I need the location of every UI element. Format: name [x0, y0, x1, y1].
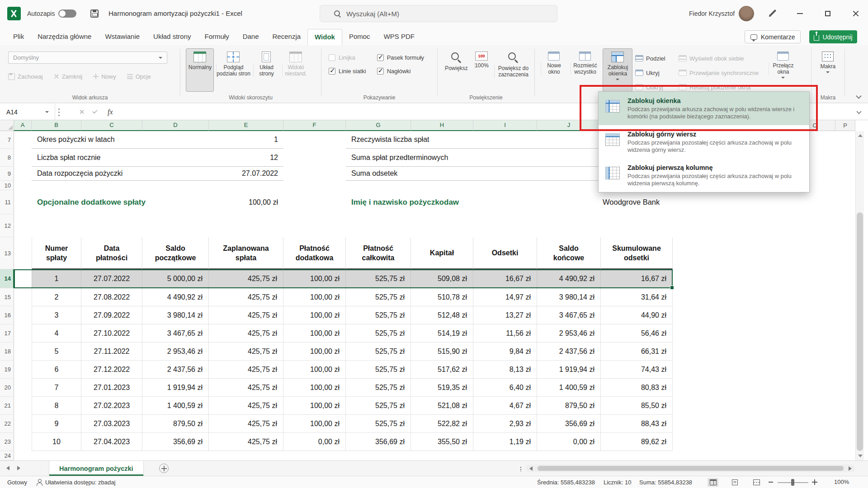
search-input[interactable]: Wyszukaj (Alt+M) — [320, 5, 557, 22]
cell[interactable]: Woodgrove Bank — [601, 190, 673, 214]
tab-pomoc[interactable]: Pomoc — [342, 29, 377, 45]
cell[interactable]: 3 — [32, 306, 81, 324]
cell[interactable]: 27.02.2023 — [81, 397, 142, 415]
cell[interactable]: 13,27 zł — [473, 306, 537, 324]
cell[interactable]: Okres pożyczki w latach — [32, 131, 209, 149]
cell[interactable]: 100,00 zł — [283, 415, 346, 433]
row-header-18[interactable]: 18 — [0, 343, 14, 361]
sheet-nav-right-icon[interactable] — [17, 466, 20, 470]
menu-item-freeze-top-row[interactable]: Zablokuj górny wiersz Podczas przewijani… — [599, 125, 809, 159]
cell[interactable] — [14, 415, 32, 433]
cell[interactable]: 4 490,92 zł — [142, 288, 209, 306]
row-header-20[interactable]: 20 — [0, 379, 14, 397]
cell[interactable]: 100,00 zł — [283, 324, 346, 343]
menu-item-freeze-panes[interactable]: Zablokuj okienka Podczas przewijania ark… — [599, 92, 809, 125]
share-button[interactable]: Udostępnij — [809, 30, 857, 43]
cell[interactable] — [14, 379, 32, 397]
column-header-H[interactable]: H — [411, 120, 473, 131]
hide-button[interactable]: Ukryj — [635, 68, 676, 78]
cell[interactable]: 517,62 zł — [411, 361, 473, 379]
zoom-slider-knob[interactable] — [791, 479, 794, 486]
cell[interactable]: 519,35 zł — [411, 379, 473, 397]
cell[interactable]: Liczba spłat rocznie — [32, 149, 209, 167]
cell[interactable]: 80,83 zł — [601, 379, 673, 397]
formula-bar-checkbox[interactable]: Pasek formuły — [377, 54, 424, 61]
cell[interactable]: 27.07.2022 — [209, 167, 283, 181]
ink-pen-icon[interactable] — [770, 9, 776, 16]
minimize-button[interactable] — [788, 0, 811, 27]
cell[interactable]: 2 953,46 zł — [142, 343, 209, 361]
cell[interactable]: 425,75 zł — [209, 288, 283, 306]
cell[interactable]: 356,69 zł — [142, 433, 209, 451]
scroll-down-icon[interactable] — [858, 455, 863, 457]
horizontal-scrollbar[interactable] — [526, 465, 855, 472]
cell[interactable]: Suma spłat przedterminowych — [346, 149, 537, 167]
cell[interactable]: Rzeczywista liczba spłat — [346, 131, 537, 149]
cell[interactable]: 27.12.2022 — [81, 361, 142, 379]
cell[interactable]: 425,75 zł — [209, 415, 283, 433]
row-header-17[interactable]: 17 — [0, 324, 14, 343]
cell[interactable]: Suma odsetek — [346, 167, 537, 181]
cell[interactable] — [283, 149, 346, 167]
row-header-10[interactable]: 10 — [0, 181, 14, 190]
cell[interactable]: 425,75 zł — [209, 379, 283, 397]
insert-function-button[interactable]: fx — [108, 103, 113, 120]
cell[interactable] — [14, 190, 32, 214]
column-header-I[interactable]: I — [473, 120, 537, 131]
gridlines-checkbox[interactable]: Linie siatki — [329, 68, 366, 75]
cell[interactable] — [283, 190, 346, 214]
tab-wstawianie[interactable]: Wstawianie — [98, 29, 146, 45]
cell[interactable]: 100,00 zł — [283, 269, 346, 288]
cell[interactable]: 16,67 zł — [601, 269, 673, 288]
comments-button[interactable]: Komentarze — [745, 30, 801, 43]
cell[interactable]: 1 — [209, 131, 283, 149]
row-header-7[interactable]: 7 — [0, 131, 14, 149]
select-all-corner[interactable] — [0, 120, 14, 131]
tab-widok[interactable]: Widok — [307, 29, 342, 45]
zoom-out-icon[interactable] — [769, 482, 773, 483]
cell[interactable]: 74,43 zł — [601, 361, 673, 379]
tab-formuly[interactable]: Formuły — [198, 29, 236, 45]
cell[interactable]: Imię i nazwisko pożyczkodaw — [346, 190, 473, 214]
cell[interactable]: 100,00 zł — [283, 343, 346, 361]
column-header-D[interactable]: D — [142, 120, 209, 131]
column-header-E[interactable]: E — [209, 120, 283, 131]
cell[interactable]: 525,75 zł — [346, 397, 411, 415]
cell[interactable]: 425,75 zł — [209, 324, 283, 343]
tab-plik[interactable]: Plik — [6, 29, 31, 45]
cell[interactable] — [14, 269, 32, 288]
cell[interactable]: 27.08.2022 — [81, 288, 142, 306]
cell[interactable]: 8,13 zł — [473, 361, 537, 379]
zoom-to-selection-button[interactable]: Powiększ do zaznaczenia — [494, 48, 533, 92]
cell[interactable]: 8 — [32, 397, 81, 415]
cell[interactable]: Data rozpoczęcia pożyczki — [32, 167, 209, 181]
row-header-22[interactable]: 22 — [0, 415, 14, 433]
cell[interactable]: Data płatności — [81, 237, 142, 269]
cell[interactable]: Numer spłaty — [32, 237, 81, 269]
save-icon[interactable] — [90, 9, 99, 18]
cell[interactable]: 525,75 zł — [346, 306, 411, 324]
row-header-13[interactable]: 13 — [0, 237, 14, 269]
tab-recenzja[interactable]: Recenzja — [266, 29, 308, 45]
cell[interactable]: 3 467,65 zł — [142, 324, 209, 343]
cell[interactable]: 5 000,00 zł — [142, 269, 209, 288]
cell[interactable]: 9 — [32, 415, 81, 433]
cell[interactable] — [537, 149, 601, 167]
split-button[interactable]: Podziel — [635, 53, 676, 63]
cell[interactable]: 879,50 zł — [142, 415, 209, 433]
cell[interactable]: 1,19 zł — [473, 433, 537, 451]
cell[interactable]: 425,75 zł — [209, 343, 283, 361]
tab-uklad-strony[interactable]: Układ strony — [146, 29, 198, 45]
cell[interactable]: 12 — [209, 149, 283, 167]
arrange-all-button[interactable]: Rozmieść wszystko — [570, 48, 600, 92]
cell[interactable]: 0,00 zł — [283, 433, 346, 451]
cell[interactable]: 525,75 zł — [346, 415, 411, 433]
cell[interactable] — [14, 361, 32, 379]
cell[interactable]: 1 400,59 zł — [142, 397, 209, 415]
cell[interactable] — [537, 131, 601, 149]
scroll-right-icon[interactable] — [849, 466, 852, 471]
cell[interactable]: 27.10.2022 — [81, 324, 142, 343]
cell[interactable]: 44,90 zł — [601, 306, 673, 324]
cell[interactable] — [537, 167, 601, 181]
cell[interactable]: 2 953,46 zł — [537, 324, 601, 343]
